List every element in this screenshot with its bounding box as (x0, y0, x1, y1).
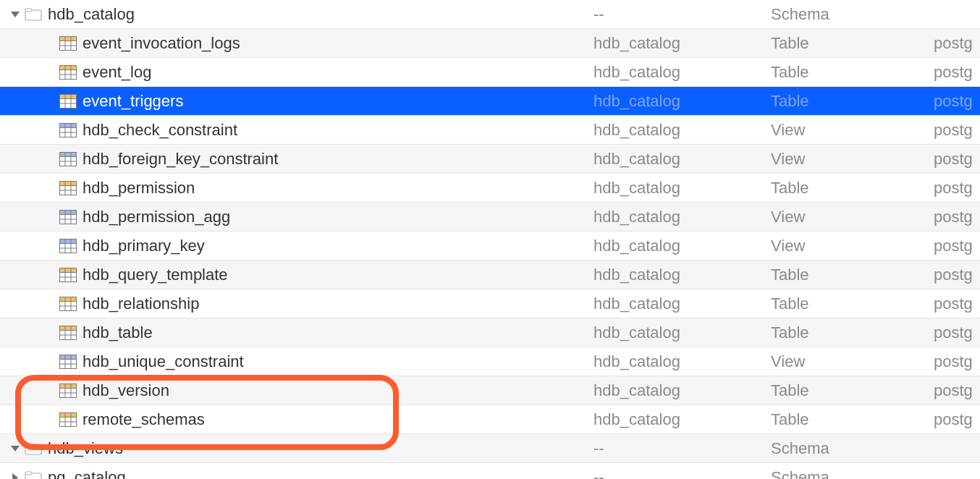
tree-row[interactable]: hdb_views--Schema (0, 434, 980, 463)
cell-type: Schema (771, 468, 934, 480)
table-icon (59, 383, 77, 398)
tree-row[interactable]: hdb_check_constrainthdb_catalogViewpostg (0, 116, 980, 145)
tree-row[interactable]: pg_catalog--Schema (0, 463, 980, 479)
cell-name[interactable]: hdb_permission_agg (0, 208, 594, 226)
cell-type: Table (771, 92, 934, 111)
object-name: hdb_table (83, 323, 153, 342)
cell-schema: -- (594, 468, 771, 480)
cell-type: Table (771, 266, 934, 284)
cell-name[interactable]: remote_schemas (0, 410, 594, 429)
cell-name[interactable]: hdb_version (0, 381, 594, 400)
view-icon (59, 239, 77, 253)
object-name: hdb_relationship (83, 294, 199, 313)
cell-name[interactable]: hdb_primary_key (0, 237, 594, 255)
tree-row[interactable]: hdb_versionhdb_catalogTablepostg (0, 376, 980, 405)
cell-schema: hdb_catalog (594, 323, 771, 342)
disclosure-spacer (45, 386, 55, 396)
cell-owner: postg (934, 381, 980, 400)
object-name: event_invocation_logs (83, 34, 240, 53)
cell-owner: postg (934, 266, 980, 284)
cell-owner: postg (934, 92, 980, 111)
cell-owner: postg (934, 208, 980, 226)
cell-schema: hdb_catalog (594, 208, 771, 226)
tree-row[interactable]: hdb_unique_constrainthdb_catalogViewpost… (0, 347, 980, 376)
disclosure-spacer (45, 38, 55, 48)
cell-type: View (771, 352, 934, 371)
view-icon (59, 210, 77, 224)
cell-owner: postg (934, 121, 980, 140)
cell-schema: hdb_catalog (594, 381, 771, 400)
tree-row[interactable]: hdb_tablehdb_catalogTablepostg (0, 318, 980, 347)
tree-row[interactable]: hdb_foreign_key_constrainthdb_catalogVie… (0, 145, 980, 174)
cell-schema: hdb_catalog (594, 237, 771, 255)
cell-type: Table (771, 179, 934, 198)
object-name: hdb_permission_agg (83, 208, 230, 226)
object-name: hdb_version (83, 381, 169, 400)
cell-name[interactable]: hdb_relationship (0, 294, 594, 313)
cell-name[interactable]: hdb_query_template (0, 266, 594, 284)
cell-schema: hdb_catalog (594, 34, 771, 53)
tree-row[interactable]: event_triggershdb_catalogTablepostg (0, 87, 980, 116)
cell-owner: postg (934, 294, 980, 313)
cell-owner: postg (934, 150, 980, 169)
disclosure-spacer (45, 183, 55, 193)
disclosure-spacer (45, 154, 55, 164)
table-icon (59, 181, 77, 195)
cell-type: Table (771, 323, 934, 342)
table-icon (59, 268, 77, 282)
object-name: hdb_views (48, 439, 123, 458)
cell-name[interactable]: hdb_table (0, 323, 594, 342)
cell-owner: postg (934, 410, 980, 429)
cell-name[interactable]: event_triggers (0, 92, 594, 111)
object-name: hdb_query_template (83, 266, 228, 284)
cell-owner: postg (934, 237, 980, 255)
cell-owner: postg (934, 352, 980, 371)
cell-schema: hdb_catalog (594, 266, 771, 284)
cell-type: View (771, 237, 934, 255)
cell-name[interactable]: hdb_unique_constraint (0, 352, 594, 371)
cell-name[interactable]: hdb_permission (0, 179, 594, 198)
tree-row[interactable]: hdb_catalog--Schema (0, 0, 980, 29)
cell-schema: -- (594, 439, 771, 458)
cell-name[interactable]: hdb_views (0, 439, 594, 458)
tree-row[interactable]: remote_schemashdb_catalogTablepostg (0, 405, 980, 434)
cell-name[interactable]: hdb_catalog (0, 5, 594, 24)
cell-owner: postg (934, 179, 980, 198)
tree-row[interactable]: hdb_permission_agghdb_catalogViewpostg (0, 203, 980, 232)
cell-name[interactable]: pg_catalog (0, 468, 594, 480)
disclosure-spacer (45, 415, 55, 425)
object-name: hdb_check_constraint (83, 121, 237, 140)
cell-owner: postg (934, 34, 980, 53)
cell-type: Schema (771, 439, 934, 458)
cell-type: View (771, 208, 934, 226)
cell-schema: hdb_catalog (594, 352, 771, 371)
disclosure-triangle-icon[interactable] (10, 444, 20, 454)
disclosure-triangle-icon[interactable] (10, 472, 20, 480)
cell-schema: hdb_catalog (594, 179, 771, 198)
tree-row[interactable]: event_invocation_logshdb_catalogTablepos… (0, 29, 980, 58)
cell-name[interactable]: hdb_foreign_key_constraint (0, 150, 594, 169)
tree-row[interactable]: hdb_primary_keyhdb_catalogViewpostg (0, 232, 980, 260)
cell-schema: hdb_catalog (594, 121, 771, 140)
tree-row[interactable]: hdb_permissionhdb_catalogTablepostg (0, 174, 980, 203)
cell-name[interactable]: event_invocation_logs (0, 34, 594, 53)
cell-name[interactable]: hdb_check_constraint (0, 121, 594, 140)
cell-name[interactable]: event_log (0, 63, 594, 82)
object-name: hdb_foreign_key_constraint (83, 150, 278, 169)
disclosure-spacer (45, 357, 55, 367)
tree-row[interactable]: hdb_query_templatehdb_catalogTablepostg (0, 260, 980, 289)
table-icon (59, 94, 77, 109)
disclosure-triangle-icon[interactable] (10, 9, 20, 20)
cell-type: View (771, 150, 934, 169)
tree-row[interactable]: hdb_relationshiphdb_catalogTablepostg (0, 289, 980, 318)
disclosure-spacer (45, 212, 55, 222)
disclosure-spacer (45, 241, 55, 251)
cell-type: Table (771, 63, 934, 82)
table-icon (59, 65, 77, 80)
object-name: hdb_primary_key (83, 237, 205, 255)
tree-row[interactable]: event_loghdb_catalogTablepostg (0, 58, 980, 87)
disclosure-spacer (45, 125, 55, 135)
cell-type: Table (771, 410, 934, 429)
disclosure-spacer (45, 299, 55, 309)
object-name: hdb_permission (83, 179, 195, 198)
